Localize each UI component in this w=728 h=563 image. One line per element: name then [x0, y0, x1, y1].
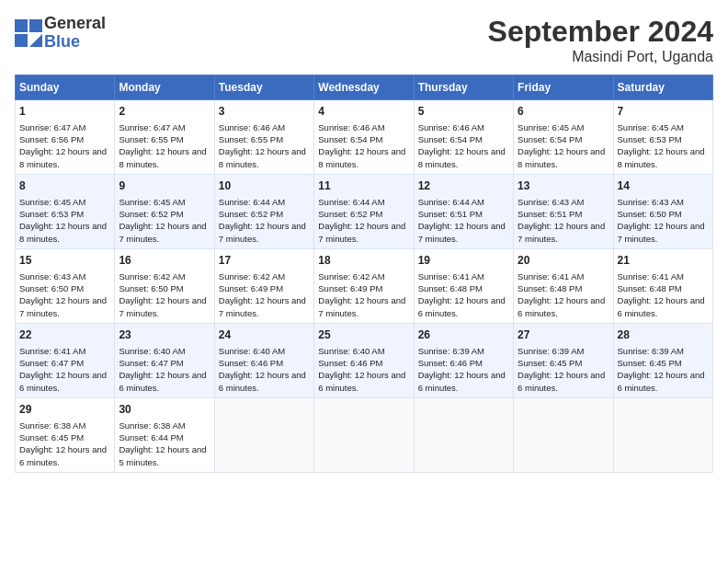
logo-general: General — [44, 15, 106, 33]
calendar-cell: 20Sunrise: 6:41 AMSunset: 6:48 PMDayligh… — [514, 248, 613, 323]
calendar-cell: 19Sunrise: 6:41 AMSunset: 6:48 PMDayligh… — [414, 248, 513, 323]
sunrise: Sunrise: 6:39 AM — [418, 345, 509, 357]
page-header: General Blue September 2024 Masindi Port… — [15, 15, 713, 65]
col-header-tuesday: Tuesday — [214, 75, 313, 100]
calendar-cell: 16Sunrise: 6:42 AMSunset: 6:50 PMDayligh… — [115, 248, 214, 323]
day-number: 1 — [19, 104, 110, 120]
daylight-label: Daylight: 12 hours and 7 minutes. — [219, 294, 310, 319]
calendar-table: SundayMondayTuesdayWednesdayThursdayFrid… — [15, 75, 713, 473]
daylight-label: Daylight: 12 hours and 7 minutes. — [518, 220, 609, 245]
daylight-label: Daylight: 12 hours and 6 minutes. — [119, 369, 210, 394]
week-row-2: 8Sunrise: 6:45 AMSunset: 6:53 PMDaylight… — [16, 174, 713, 248]
calendar-cell: 3Sunrise: 6:46 AMSunset: 6:55 PMDaylight… — [214, 100, 313, 175]
calendar-cell: 21Sunrise: 6:41 AMSunset: 6:48 PMDayligh… — [613, 248, 712, 323]
sunset: Sunset: 6:46 PM — [219, 357, 310, 369]
calendar-cell: 4Sunrise: 6:46 AMSunset: 6:54 PMDaylight… — [314, 100, 414, 175]
calendar-cell: 5Sunrise: 6:46 AMSunset: 6:54 PMDaylight… — [414, 100, 513, 175]
calendar-cell: 7Sunrise: 6:45 AMSunset: 6:53 PMDaylight… — [613, 100, 712, 175]
general-blue-icon — [15, 19, 42, 47]
sunset: Sunset: 6:45 PM — [518, 357, 609, 369]
sunset: Sunset: 6:54 PM — [418, 133, 509, 145]
calendar-cell — [514, 397, 613, 472]
svg-marker-3 — [29, 34, 42, 47]
sunset: Sunset: 6:55 PM — [119, 133, 210, 145]
calendar-cell: 8Sunrise: 6:45 AMSunset: 6:53 PMDaylight… — [16, 174, 115, 248]
calendar-cell: 24Sunrise: 6:40 AMSunset: 6:46 PMDayligh… — [214, 323, 313, 397]
calendar-cell: 12Sunrise: 6:44 AMSunset: 6:51 PMDayligh… — [414, 174, 513, 248]
sunset: Sunset: 6:49 PM — [219, 282, 310, 294]
daylight-label: Daylight: 12 hours and 7 minutes. — [119, 294, 210, 319]
daylight-label: Daylight: 12 hours and 8 minutes. — [219, 145, 310, 170]
calendar-cell: 30Sunrise: 6:38 AMSunset: 6:44 PMDayligh… — [115, 397, 214, 472]
day-number: 20 — [518, 253, 609, 269]
week-row-4: 22Sunrise: 6:41 AMSunset: 6:47 PMDayligh… — [16, 323, 713, 397]
sunset: Sunset: 6:47 PM — [19, 357, 110, 369]
sunset: Sunset: 6:46 PM — [418, 357, 509, 369]
daylight-label: Daylight: 12 hours and 5 minutes. — [119, 443, 210, 468]
sunset: Sunset: 6:51 PM — [418, 208, 509, 220]
daylight-label: Daylight: 12 hours and 6 minutes. — [518, 369, 609, 394]
day-number: 18 — [318, 253, 409, 269]
day-number: 27 — [518, 327, 609, 343]
sunrise: Sunrise: 6:43 AM — [518, 196, 609, 208]
col-header-thursday: Thursday — [414, 75, 513, 100]
sunset: Sunset: 6:45 PM — [618, 357, 709, 369]
day-number: 3 — [219, 104, 310, 120]
day-number: 13 — [518, 178, 609, 194]
calendar-cell — [214, 397, 313, 472]
daylight-label: Daylight: 12 hours and 7 minutes. — [318, 294, 409, 319]
sunrise: Sunrise: 6:44 AM — [219, 196, 310, 208]
daylight-label: Daylight: 12 hours and 7 minutes. — [119, 220, 210, 245]
sunset: Sunset: 6:52 PM — [119, 208, 210, 220]
sunrise: Sunrise: 6:38 AM — [19, 419, 110, 431]
title-block: September 2024 Masindi Port, Uganda — [488, 15, 713, 65]
day-number: 15 — [19, 253, 110, 269]
sunrise: Sunrise: 6:43 AM — [618, 196, 709, 208]
daylight-label: Daylight: 12 hours and 8 minutes. — [19, 145, 110, 170]
day-number: 11 — [318, 178, 409, 194]
calendar-cell: 26Sunrise: 6:39 AMSunset: 6:46 PMDayligh… — [414, 323, 513, 397]
sunrise: Sunrise: 6:40 AM — [219, 345, 310, 357]
daylight-label: Daylight: 12 hours and 6 minutes. — [318, 369, 409, 394]
daylight-label: Daylight: 12 hours and 6 minutes. — [19, 443, 110, 468]
calendar-cell — [414, 397, 513, 472]
day-number: 17 — [219, 253, 310, 269]
daylight-label: Daylight: 12 hours and 6 minutes. — [618, 369, 709, 394]
sunset: Sunset: 6:45 PM — [19, 431, 110, 443]
calendar-cell: 14Sunrise: 6:43 AMSunset: 6:50 PMDayligh… — [613, 174, 712, 248]
calendar-cell: 11Sunrise: 6:44 AMSunset: 6:52 PMDayligh… — [314, 174, 414, 248]
col-header-wednesday: Wednesday — [314, 75, 414, 100]
daylight-label: Daylight: 12 hours and 8 minutes. — [318, 145, 409, 170]
sunrise: Sunrise: 6:42 AM — [219, 270, 310, 282]
calendar-cell — [314, 397, 414, 472]
day-number: 2 — [119, 104, 210, 120]
daylight-label: Daylight: 12 hours and 8 minutes. — [518, 145, 609, 170]
daylight-label: Daylight: 12 hours and 8 minutes. — [119, 145, 210, 170]
sunrise: Sunrise: 6:39 AM — [618, 345, 709, 357]
day-number: 14 — [618, 178, 709, 194]
sunset: Sunset: 6:54 PM — [318, 133, 409, 145]
sunrise: Sunrise: 6:40 AM — [119, 345, 210, 357]
daylight-label: Daylight: 12 hours and 6 minutes. — [518, 294, 609, 319]
sunrise: Sunrise: 6:46 AM — [318, 121, 409, 133]
logo-text: General Blue — [44, 15, 106, 52]
calendar-cell: 22Sunrise: 6:41 AMSunset: 6:47 PMDayligh… — [16, 323, 115, 397]
sunset: Sunset: 6:56 PM — [19, 133, 110, 145]
calendar-cell: 9Sunrise: 6:45 AMSunset: 6:52 PMDaylight… — [115, 174, 214, 248]
day-number: 10 — [219, 178, 310, 194]
day-number: 26 — [418, 327, 509, 343]
day-number: 5 — [418, 104, 509, 120]
daylight-label: Daylight: 12 hours and 8 minutes. — [19, 220, 110, 245]
sunrise: Sunrise: 6:47 AM — [19, 121, 110, 133]
page-subtitle: Masindi Port, Uganda — [488, 49, 713, 65]
logo-image: General Blue — [15, 15, 106, 52]
day-number: 23 — [119, 327, 210, 343]
daylight-label: Daylight: 12 hours and 8 minutes. — [618, 145, 709, 170]
daylight-label: Daylight: 12 hours and 6 minutes. — [618, 294, 709, 319]
sunset: Sunset: 6:49 PM — [318, 282, 409, 294]
col-header-monday: Monday — [115, 75, 214, 100]
sunrise: Sunrise: 6:47 AM — [119, 121, 210, 133]
day-number: 30 — [119, 402, 210, 418]
svg-rect-1 — [29, 19, 42, 32]
week-row-1: 1Sunrise: 6:47 AMSunset: 6:56 PMDaylight… — [16, 100, 713, 175]
